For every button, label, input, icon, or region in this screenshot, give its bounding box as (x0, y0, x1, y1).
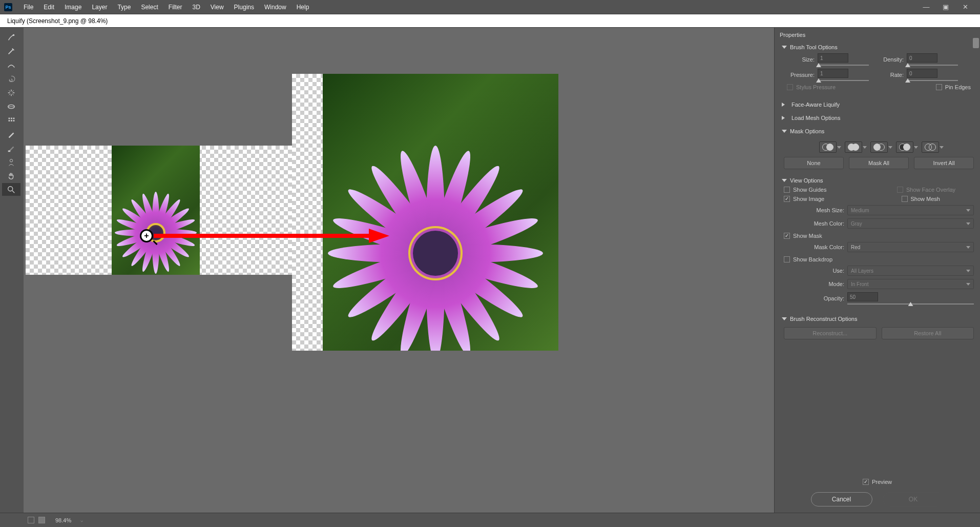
mask-none-button[interactable]: None (784, 157, 844, 169)
mesh-size-label: Mesh Size: (784, 207, 844, 213)
forward-warp-tool[interactable] (2, 31, 20, 44)
statusbar-icon[interactable] (28, 517, 34, 523)
opacity-label: Opacity: (784, 295, 844, 301)
svg-marker-12 (369, 229, 389, 243)
use-label: Use: (784, 268, 844, 274)
menu-view[interactable]: View (205, 4, 229, 11)
show-backdrop-checkbox[interactable] (784, 256, 790, 262)
view-options-header[interactable]: View Options (782, 175, 976, 186)
mask-options-header[interactable]: Mask Options (782, 126, 976, 136)
svg-rect-3 (11, 117, 12, 119)
push-left-tool[interactable] (2, 114, 20, 127)
pressure-input[interactable] (818, 69, 848, 78)
zoomed-image (323, 74, 558, 351)
source-image (112, 146, 200, 275)
mode-label: Mode: (784, 281, 844, 287)
mesh-color-label: Mesh Color: (784, 220, 844, 227)
menu-window[interactable]: Window (259, 4, 291, 11)
mask-intersect-icon[interactable] (896, 141, 913, 153)
stylus-pressure-label: Stylus Pressure (796, 84, 836, 90)
svg-rect-8 (8, 150, 11, 152)
reconstruct-button: Reconstruct... (784, 327, 877, 339)
svg-point-10 (8, 186, 13, 191)
menu-image[interactable]: Image (59, 4, 87, 11)
show-mesh-label: Show Mesh (911, 196, 940, 202)
face-aware-header[interactable]: Face-Aware Liquify (782, 99, 976, 110)
close-icon[interactable]: ✕ (957, 2, 973, 12)
reconstruct-tool[interactable] (2, 45, 20, 57)
annotation-arrow (154, 226, 389, 246)
transparency-checker (292, 74, 323, 351)
properties-title: Properties (775, 28, 980, 42)
brush-tool-options-header[interactable]: Brush Tool Options (782, 42, 976, 52)
ok-button: OK (883, 492, 944, 506)
show-mask-checkbox[interactable] (784, 233, 790, 239)
maximize-icon[interactable]: ▣ (938, 2, 953, 12)
mask-invert-all-button[interactable]: Invert All (914, 157, 974, 169)
size-label: Size: (784, 56, 815, 63)
menu-file[interactable]: File (18, 4, 38, 11)
statusbar: 98.4% ⌵ (0, 513, 980, 527)
show-guides-label: Show Guides (793, 187, 826, 193)
canvas-area[interactable]: + (24, 28, 774, 513)
scrollbar-thumb[interactable] (973, 38, 979, 48)
menu-plugins[interactable]: Plugins (229, 4, 259, 11)
density-slider[interactable] (907, 65, 958, 66)
pucker-tool[interactable] (2, 86, 20, 99)
menu-select[interactable]: Select (136, 4, 163, 11)
use-dropdown: All Layers (847, 266, 974, 276)
size-slider[interactable] (818, 65, 869, 66)
twirl-tool[interactable] (2, 72, 20, 85)
brush-reconstruct-header[interactable]: Brush Reconstruct Options (782, 314, 976, 324)
window-controls: — ▣ ✕ (919, 2, 980, 12)
zoom-dropdown-icon[interactable]: ⌵ (80, 518, 83, 523)
show-mesh-checkbox[interactable] (902, 196, 908, 202)
mask-color-label: Mask Color: (784, 244, 844, 250)
mask-all-button[interactable]: Mask All (849, 157, 909, 169)
pin-edges-checkbox[interactable] (936, 84, 942, 90)
menu-help[interactable]: Help (291, 4, 315, 11)
cancel-button[interactable]: Cancel (811, 492, 872, 506)
zoom-cursor-icon: + (140, 229, 153, 242)
stylus-pressure-checkbox (787, 84, 793, 90)
opacity-input (847, 292, 878, 301)
show-image-label: Show Image (793, 196, 824, 202)
mask-color-dropdown[interactable]: Red (847, 242, 974, 252)
size-input[interactable] (818, 53, 848, 63)
mask-add-icon[interactable] (845, 141, 862, 153)
properties-panel: Properties Brush Tool Options Size: Dens… (774, 28, 980, 513)
mask-invert-icon[interactable] (922, 141, 939, 153)
show-mask-label: Show Mask (793, 233, 822, 239)
preview-label: Preview (872, 479, 892, 485)
thaw-mask-tool[interactable] (2, 141, 20, 154)
ps-logo-icon: Ps (4, 3, 12, 11)
mesh-size-dropdown: Medium (847, 205, 974, 215)
menu-filter[interactable]: Filter (163, 4, 187, 11)
zoom-tool[interactable] (2, 183, 20, 196)
bloat-tool[interactable] (2, 100, 20, 113)
mask-replace-icon[interactable] (819, 141, 837, 153)
statusbar-icon[interactable] (38, 517, 45, 523)
mask-subtract-icon[interactable] (870, 141, 888, 153)
preview-checkbox[interactable] (863, 479, 869, 485)
rate-slider[interactable] (907, 80, 958, 81)
hand-tool[interactable] (2, 169, 20, 182)
density-input[interactable] (907, 53, 937, 63)
menu-edit[interactable]: Edit (38, 4, 59, 11)
minimize-icon[interactable]: — (919, 2, 934, 12)
freeze-mask-tool[interactable] (2, 128, 20, 140)
rate-input[interactable] (907, 69, 937, 78)
density-label: Density: (872, 56, 904, 63)
show-image-checkbox[interactable] (784, 196, 790, 202)
face-tool[interactable] (2, 155, 20, 168)
pressure-slider[interactable] (818, 80, 869, 81)
show-guides-checkbox[interactable] (784, 187, 790, 193)
pressure-label: Pressure: (784, 72, 815, 78)
menu-3d[interactable]: 3D (187, 4, 205, 11)
smooth-tool[interactable] (2, 58, 20, 71)
load-mesh-header[interactable]: Load Mesh Options (782, 113, 976, 123)
zoom-level[interactable]: 98.4% (55, 517, 71, 523)
menu-type[interactable]: Type (112, 4, 136, 11)
rate-label: Rate: (872, 72, 904, 78)
menu-layer[interactable]: Layer (87, 4, 112, 11)
